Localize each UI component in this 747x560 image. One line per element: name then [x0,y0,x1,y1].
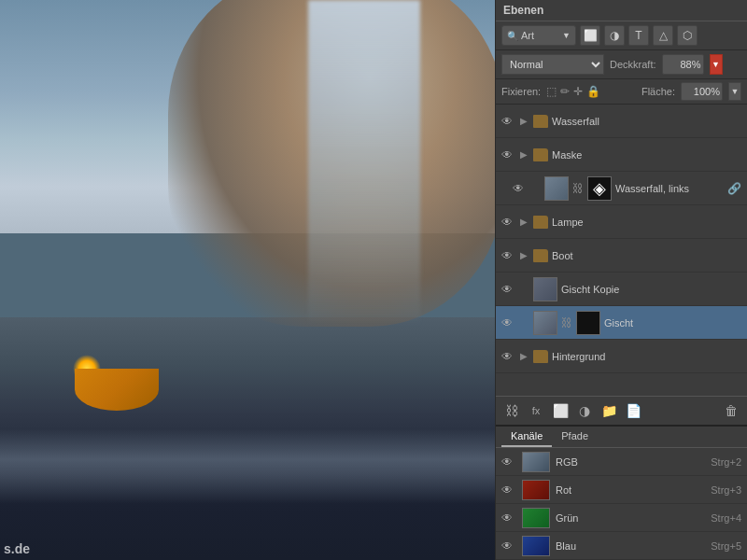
layer-folder-icon [533,249,548,262]
search-text: Art [521,30,534,41]
layer-item[interactable]: 👁 ▶ Hintergrund [496,340,747,373]
layer-name: Boot [552,250,741,261]
shape-icon-btn[interactable]: △ [653,25,673,46]
layer-name: Lampe [552,217,741,228]
blend-mode-select[interactable]: Normal [501,54,604,75]
channel-name: RGB [556,456,705,468]
fx-button[interactable]: fx [526,400,546,421]
text-icon-btn[interactable]: T [628,25,649,46]
opacity-label: Deckkraft: [610,59,656,70]
image-icon-btn[interactable]: ⬜ [580,25,600,46]
channel-item[interactable]: 👁 Grün Strg+4 [496,504,747,532]
layer-eye[interactable]: 👁 [501,216,516,229]
layer-name: Maske [552,149,741,161]
tab-pfade[interactable]: Pfade [552,427,598,447]
opacity-dropdown-arrow[interactable]: ▼ [710,54,723,75]
fill-label: Fläche: [641,86,675,97]
layer-name: Wasserfall, links [615,183,724,194]
layer-link-icon[interactable]: 🔗 [727,182,741,195]
channel-item[interactable]: 👁 Blau Strg+5 [496,532,747,560]
layer-expand-arrow[interactable]: ▶ [520,217,529,227]
channel-thumbnail [522,452,550,472]
channel-shortcut: Strg+4 [711,512,741,524]
layer-name: Hintergrund [552,351,741,362]
layer-eye[interactable]: 👁 [501,249,516,262]
layer-eye[interactable]: 👁 [501,148,516,161]
channel-name: Rot [556,484,705,496]
adjustment-button[interactable]: ◑ [574,400,595,421]
channel-name: Blau [556,540,705,552]
channel-eye[interactable]: 👁 [501,483,516,497]
layer-eye[interactable]: 👁 [513,182,528,195]
layer-eye[interactable]: 👁 [501,316,516,329]
layer-name: Gischt Kopie [561,284,741,295]
new-layer-button[interactable]: 📄 [623,400,643,421]
layer-expand-arrow[interactable]: ▶ [520,149,529,160]
search-icon: 🔍 [507,31,518,41]
channel-name: Grün [556,512,705,524]
channel-eye[interactable]: 👁 [501,539,516,553]
layer-name: Wasserfall [552,116,741,127]
channel-shortcut: Strg+5 [711,540,741,552]
panel-header: Ebenen [496,0,747,21]
channels-tabs: Kanäle Pfade [496,425,747,448]
search-box[interactable]: 🔍 Art ▼ [501,25,576,46]
layer-mask-thumbnail: ◈ [587,176,612,201]
layer-eye[interactable]: 👁 [501,283,516,296]
smart-icon-btn[interactable]: ⬡ [677,25,698,46]
new-group-button[interactable]: 📁 [599,400,619,421]
layer-item[interactable]: 👁 Gischt Kopie [496,273,747,306]
search-dropdown-arrow: ▼ [562,31,571,40]
fix-move-icon[interactable]: ✛ [573,85,583,98]
fix-all-icon[interactable]: ⬚ [546,85,557,98]
layer-item[interactable]: 👁 ▶ Boot [496,239,747,273]
boat-layer [75,369,159,411]
tab-kanaele[interactable]: Kanäle [501,427,552,447]
layer-thumbnail [533,277,557,301]
link-layers-button[interactable]: ⛓ [501,400,522,421]
fix-lock-icon[interactable]: 🔒 [586,85,600,98]
channel-item[interactable]: 👁 Rot Strg+3 [496,476,747,504]
layer-item[interactable]: 👁 ⛓ Gischt [496,306,747,340]
layer-item[interactable]: 👁 ▶ Maske [496,138,747,172]
canvas-image: s.de [0,0,495,560]
waterfall-layer [308,0,420,327]
watermark: s.de [4,541,30,556]
channel-item[interactable]: 👁 RGB Strg+2 [496,448,747,476]
layer-expand-arrow[interactable]: ▶ [520,351,529,361]
channel-shortcut: Strg+2 [711,456,741,468]
adjust-icon-btn[interactable]: ◑ [604,25,625,46]
layer-chain-icon[interactable]: ⛓ [572,182,582,195]
fill-dropdown-arrow[interactable]: ▼ [728,82,741,101]
layer-eye[interactable]: 👁 [501,115,516,128]
channel-shortcut: Strg+3 [711,484,741,496]
channel-eye[interactable]: 👁 [501,455,516,469]
layer-chain-icon[interactable]: ⛓ [561,316,571,329]
layer-expand-arrow[interactable]: ▶ [520,250,529,260]
blend-row: Normal Deckkraft: ▼ [496,50,747,79]
add-mask-button[interactable]: ⬜ [550,400,571,421]
layer-folder-icon [533,350,548,363]
layer-item[interactable]: 👁 ⛓ ◈ Wasserfall, links 🔗 [496,172,747,205]
layer-thumbnail [533,311,557,335]
toolbar-row: 🔍 Art ▼ ⬜ ◑ T △ ⬡ [496,21,747,50]
layer-item[interactable]: 👁 ▶ Lampe [496,205,747,239]
delete-layer-button[interactable]: 🗑 [721,400,741,421]
layer-actions: ⛓ fx ⬜ ◑ 📁 📄 🗑 [496,396,747,425]
wave-overlay [0,429,495,504]
opacity-input[interactable] [662,54,704,75]
fill-input[interactable] [681,82,723,101]
layer-mask-thumbnail [576,311,600,335]
fix-brush-icon[interactable]: ✏ [560,85,570,98]
layer-thumbnail [544,176,569,201]
layer-eye[interactable]: 👁 [501,350,516,363]
layer-item[interactable]: 👁 ▶ Wasserfall [496,105,747,138]
layer-expand-arrow[interactable]: ▶ [520,116,529,126]
panel-title: Ebenen [503,4,543,17]
layer-folder-icon [533,148,548,161]
fix-label: Fixieren: [501,86,541,97]
channel-eye[interactable]: 👁 [501,511,516,525]
layer-folder-icon [533,115,548,128]
layer-folder-icon [533,216,548,229]
layers-list: 👁 ▶ Wasserfall 👁 ▶ Maske 👁 ⛓ ◈ Wasserfal… [496,105,747,396]
